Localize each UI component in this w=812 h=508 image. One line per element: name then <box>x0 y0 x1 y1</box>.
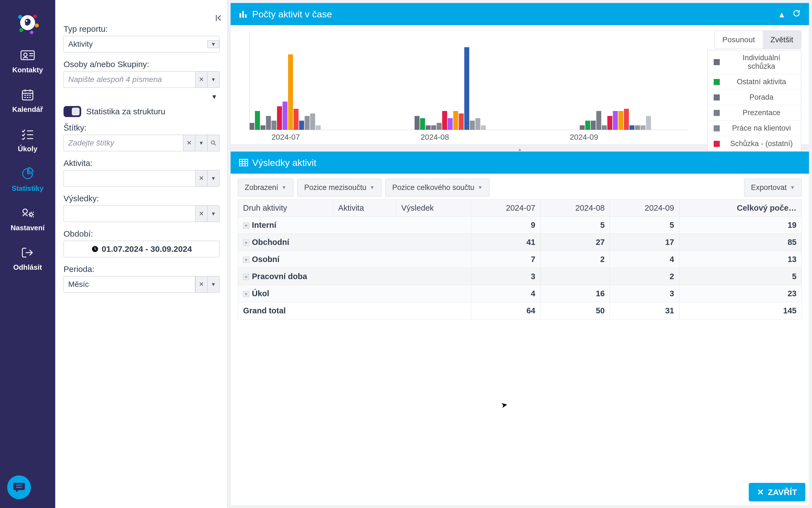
chevron-down-icon[interactable]: ▾ <box>207 205 219 222</box>
col-header[interactable]: Druh aktivity <box>238 200 333 217</box>
chevron-down-icon[interactable]: ▾ <box>207 40 219 48</box>
chevron-down-icon[interactable]: ▾ <box>207 170 219 186</box>
chevron-down-icon[interactable]: ▾ <box>195 135 207 151</box>
chevron-down-icon[interactable]: ▾ <box>212 92 219 99</box>
collapse-up-icon[interactable]: ▴ <box>779 8 784 19</box>
bar[interactable] <box>304 116 310 130</box>
legend-item[interactable]: Prezentace <box>707 105 801 121</box>
legend-item[interactable]: Porada <box>707 90 801 105</box>
nav-kontakty[interactable]: Kontakty <box>12 47 43 74</box>
bar[interactable] <box>475 118 480 130</box>
chevron-down-icon[interactable]: ▾ <box>207 276 219 293</box>
clear-icon[interactable]: ✕ <box>195 71 207 88</box>
bar[interactable] <box>442 111 447 130</box>
nav-odhlasit[interactable]: Odhlásit <box>13 245 42 272</box>
row-label-cell[interactable]: +Pracovní doba <box>238 268 471 285</box>
col-header[interactable]: 2024-07 <box>471 200 540 217</box>
legend-item[interactable]: Ostatní aktivita <box>707 74 801 90</box>
bar[interactable] <box>310 114 315 130</box>
bar[interactable] <box>630 125 635 130</box>
bar[interactable] <box>607 116 612 130</box>
search-icon[interactable] <box>207 135 219 151</box>
tags-input[interactable] <box>64 135 183 151</box>
legend-item[interactable]: Schůzka - (ostatní) <box>707 136 801 151</box>
bar[interactable] <box>431 125 436 130</box>
expand-icon[interactable]: + <box>243 257 249 263</box>
bar[interactable] <box>459 114 464 130</box>
btn-view[interactable]: Zobrazení▼ <box>238 179 293 197</box>
col-header[interactable]: Celkový poče… <box>679 200 802 217</box>
nav-kalendar[interactable]: Kalendář <box>12 87 43 114</box>
legend-item[interactable]: Individuální schůzka <box>707 50 801 74</box>
bar[interactable] <box>646 116 651 130</box>
bar[interactable] <box>294 109 298 130</box>
report-type-select[interactable]: Aktivity ▾ <box>64 36 219 52</box>
activity-input[interactable] <box>64 170 195 186</box>
bar[interactable] <box>255 111 260 130</box>
row-label-cell[interactable]: +Obchodní <box>238 234 471 251</box>
expand-icon[interactable]: + <box>243 240 249 246</box>
bar[interactable] <box>283 101 287 130</box>
bar[interactable] <box>420 118 425 130</box>
grand-total-row: Grand total645031145 <box>238 302 802 320</box>
bar[interactable] <box>299 121 304 130</box>
bar[interactable] <box>602 125 607 130</box>
bar[interactable] <box>470 121 475 130</box>
bar[interactable] <box>624 109 629 130</box>
nav-ukoly[interactable]: Úkoly <box>18 126 38 153</box>
expand-icon[interactable]: + <box>243 291 249 297</box>
collapse-sidebar-icon[interactable] <box>215 14 223 24</box>
expand-icon[interactable]: + <box>243 274 249 280</box>
expand-icon[interactable]: + <box>243 222 249 228</box>
bar[interactable] <box>425 125 431 130</box>
bar[interactable] <box>277 106 282 130</box>
bar[interactable] <box>591 121 596 130</box>
bar[interactable] <box>453 111 458 130</box>
bar[interactable] <box>437 123 442 130</box>
col-header[interactable]: Výsledek <box>396 200 471 217</box>
row-label-cell[interactable]: +Osobní <box>238 251 471 268</box>
bar[interactable] <box>316 125 321 130</box>
nav-statistiky[interactable]: Statistiky <box>12 166 44 193</box>
legend-item[interactable]: Práce na klientovi <box>707 121 801 136</box>
chat-fab[interactable] <box>7 475 31 499</box>
row-label-cell[interactable]: +Interní <box>238 217 471 234</box>
bar[interactable] <box>585 121 590 130</box>
clear-icon[interactable]: ✕ <box>195 276 207 293</box>
bar[interactable] <box>641 125 645 130</box>
bar[interactable] <box>618 111 623 130</box>
bar[interactable] <box>481 125 486 130</box>
bar[interactable] <box>260 125 266 130</box>
svg-rect-16 <box>245 14 247 18</box>
nav-nastaveni[interactable]: Nastavení <box>11 205 45 232</box>
bar[interactable] <box>288 54 293 130</box>
chevron-down-icon[interactable]: ▾ <box>207 71 219 88</box>
bar[interactable] <box>414 116 419 130</box>
bar[interactable] <box>448 118 453 130</box>
bar[interactable] <box>613 111 618 130</box>
results-input[interactable] <box>64 205 195 222</box>
refresh-icon[interactable] <box>793 9 801 19</box>
clear-icon[interactable]: ✕ <box>195 205 207 222</box>
bar[interactable] <box>635 125 640 130</box>
bar[interactable] <box>272 121 277 130</box>
bar[interactable] <box>249 123 254 130</box>
col-header[interactable]: 2024-08 <box>540 200 610 217</box>
period-picker[interactable]: 01.07.2024 - 30.09.2024 <box>64 241 219 257</box>
col-header[interactable]: 2024-09 <box>610 200 679 217</box>
btn-grandtotal[interactable]: Pozice celkového součtu▼ <box>385 179 489 197</box>
clear-icon[interactable]: ✕ <box>195 170 207 186</box>
people-input[interactable] <box>64 71 195 88</box>
clear-icon[interactable]: ✕ <box>183 135 195 151</box>
bar[interactable] <box>596 111 601 130</box>
bar[interactable] <box>266 116 271 130</box>
structure-toggle[interactable] <box>64 106 81 117</box>
bar[interactable] <box>580 125 585 130</box>
close-button[interactable]: ✕ ZAVŘÍT <box>749 483 805 501</box>
bar[interactable] <box>464 47 469 130</box>
btn-subtotal[interactable]: Pozice mezisoučtu▼ <box>297 179 381 197</box>
btn-export[interactable]: Exportovat▼ <box>744 179 802 197</box>
col-header[interactable]: Aktivita <box>333 200 396 217</box>
periodicity-select[interactable]: Měsíc <box>64 276 195 293</box>
row-label-cell[interactable]: +Úkol <box>238 285 471 302</box>
